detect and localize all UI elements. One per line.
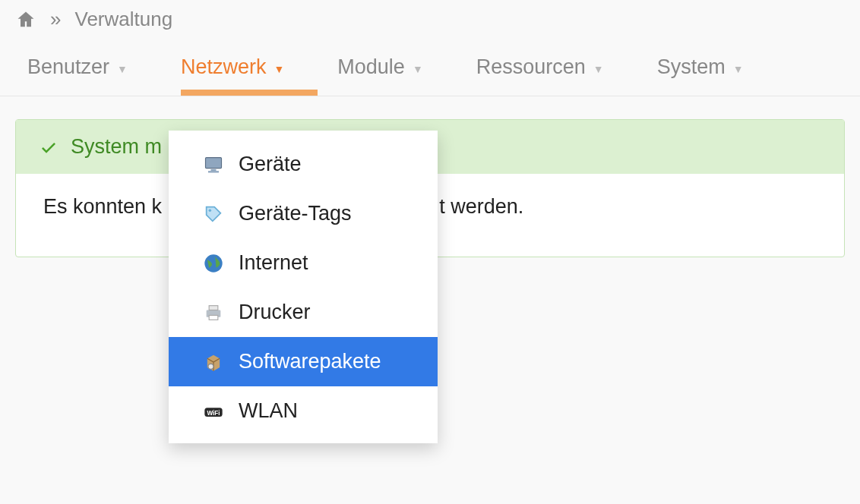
- nav-item-netzwerk[interactable]: Netzwerk ▼: [181, 55, 284, 79]
- dropdown-item-geraete[interactable]: Geräte: [169, 140, 438, 189]
- chevron-down-icon: ▼: [117, 63, 128, 75]
- svg-rect-1: [211, 169, 217, 170]
- chevron-down-icon: ▼: [273, 63, 284, 75]
- nav-label: Benutzer: [27, 55, 109, 79]
- dropdown-label: Internet: [239, 251, 308, 275]
- home-icon[interactable]: [15, 9, 36, 30]
- nav-item-ressourcen[interactable]: Ressourcen ▼: [476, 55, 604, 79]
- breadcrumb: » Verwaltung: [0, 0, 860, 39]
- chevron-down-icon: ▼: [733, 63, 744, 75]
- svg-rect-0: [206, 157, 222, 168]
- chevron-down-icon: ▼: [593, 63, 604, 75]
- nav-label: Ressourcen: [476, 55, 586, 79]
- nav-label: System: [657, 55, 726, 79]
- device-icon: [202, 153, 225, 176]
- globe-icon: [202, 252, 225, 275]
- dropdown-item-geraete-tags[interactable]: Geräte-Tags: [169, 189, 438, 238]
- dropdown-label: Geräte-Tags: [239, 202, 352, 225]
- nav-item-module[interactable]: Module ▼: [337, 55, 422, 79]
- navbar: Benutzer ▼ Netzwerk ▼ Module ▼ Ressource…: [0, 39, 860, 96]
- dropdown-item-drucker[interactable]: Drucker: [169, 288, 438, 337]
- svg-point-8: [208, 364, 213, 369]
- chevron-down-icon: ▼: [413, 63, 423, 75]
- breadcrumb-current: Verwaltung: [74, 8, 172, 31]
- nav-item-system[interactable]: System ▼: [657, 55, 744, 79]
- body-text-right: t werden.: [439, 195, 523, 218]
- nav-label: Module: [337, 55, 405, 79]
- body-text-left: Es konnten k: [43, 195, 162, 218]
- svg-rect-2: [208, 171, 219, 172]
- dropdown-label: Softwarepakete: [239, 350, 381, 373]
- breadcrumb-separator: »: [50, 8, 61, 31]
- status-title: System m: [71, 135, 162, 159]
- dropdown-label: WLAN: [239, 399, 298, 423]
- dropdown-item-internet[interactable]: Internet: [169, 238, 438, 288]
- nav-item-benutzer[interactable]: Benutzer ▼: [27, 55, 128, 79]
- dropdown-label: Geräte: [239, 153, 302, 176]
- netzwerk-dropdown: Geräte Geräte-Tags Internet Drucker Soft…: [169, 131, 438, 443]
- check-icon: [37, 138, 60, 156]
- svg-rect-7: [209, 315, 218, 320]
- printer-icon: [202, 301, 225, 324]
- svg-text:WiFi: WiFi: [207, 409, 220, 416]
- svg-point-3: [209, 209, 212, 212]
- nav-label: Netzwerk: [181, 55, 267, 79]
- dropdown-label: Drucker: [239, 301, 311, 324]
- package-icon: [202, 351, 225, 373]
- wifi-icon: WiFi: [202, 400, 225, 423]
- dropdown-item-wlan[interactable]: WiFi WLAN: [169, 386, 438, 436]
- svg-rect-6: [209, 305, 218, 310]
- dropdown-item-softwarepakete[interactable]: Softwarepakete: [169, 337, 438, 386]
- tag-icon: [202, 203, 225, 225]
